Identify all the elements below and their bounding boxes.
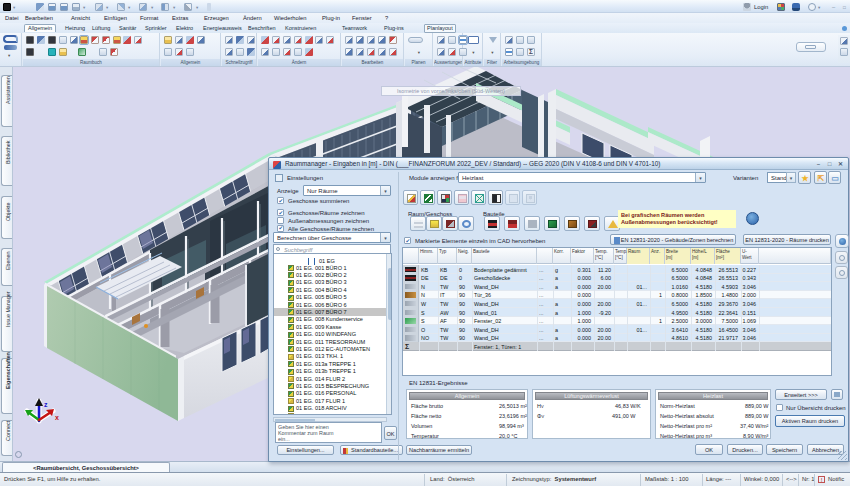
svg-text:z: z <box>44 401 48 408</box>
svg-text:x: x <box>55 414 59 421</box>
